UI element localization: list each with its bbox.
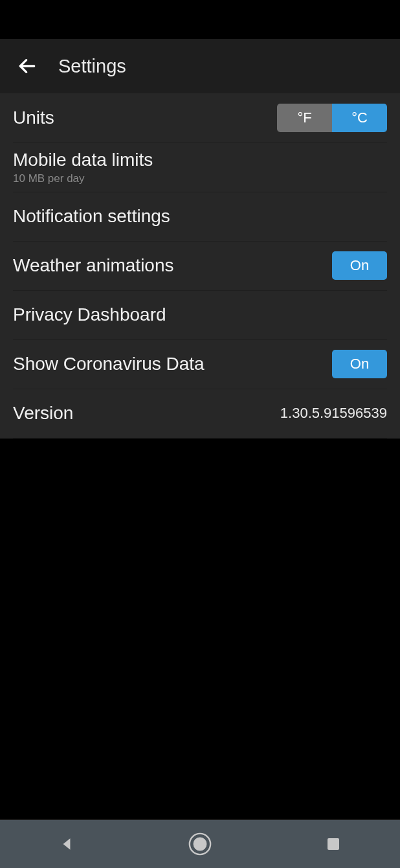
units-fahrenheit-button[interactable]: °F [277,104,332,132]
triangle-back-icon [58,836,75,852]
privacy-dashboard-row[interactable]: Privacy Dashboard [13,291,387,340]
back-button[interactable] [14,53,40,79]
arrow-left-icon [17,56,38,76]
mobile-data-sublabel: 10 MB per day [13,172,153,185]
version-row: Version 1.30.5.91596539 [13,389,387,439]
settings-list: Units °F °C Mobile data limits 10 MB per… [0,93,400,439]
status-bar [0,0,400,39]
svg-point-2 [194,838,207,851]
coronavirus-data-label: Show Coronavirus Data [13,353,205,375]
coronavirus-data-toggle[interactable]: On [332,350,387,378]
version-value: 1.30.5.91596539 [280,405,387,422]
page-title: Settings [58,56,126,77]
notification-settings-row[interactable]: Notification settings [13,192,387,242]
weather-animations-toggle[interactable]: On [332,251,387,280]
nav-back-button[interactable] [34,828,99,860]
privacy-dashboard-label: Privacy Dashboard [13,304,166,326]
units-row: Units °F °C [13,93,387,143]
mobile-data-label: Mobile data limits [13,149,153,171]
units-toggle: °F °C [277,104,387,132]
nav-home-button[interactable] [168,828,232,860]
mobile-data-text: Mobile data limits 10 MB per day [13,149,153,185]
weather-animations-row: Weather animations On [13,242,387,291]
units-label: Units [13,107,54,129]
nav-recent-button[interactable] [301,828,366,860]
mobile-data-row[interactable]: Mobile data limits 10 MB per day [13,143,387,192]
version-label: Version [13,402,73,424]
square-recent-icon [326,836,341,852]
units-celsius-button[interactable]: °C [332,104,387,132]
notification-settings-label: Notification settings [13,205,170,227]
svg-rect-3 [328,838,339,850]
coronavirus-data-row: Show Coronavirus Data On [13,340,387,389]
circle-home-icon [188,832,212,856]
app-bar: Settings [0,39,400,93]
navigation-bar [0,819,400,868]
weather-animations-label: Weather animations [13,255,174,277]
